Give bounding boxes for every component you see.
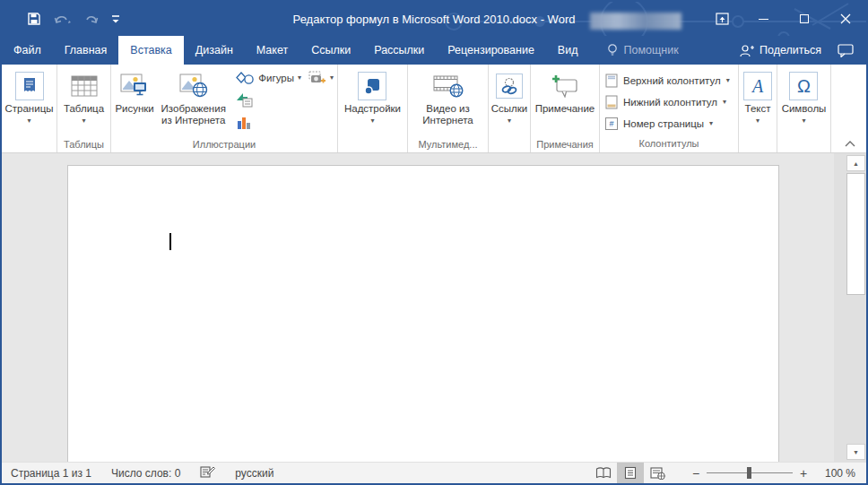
- tab-insert[interactable]: Вставка: [118, 36, 183, 65]
- scrollbar-thumb[interactable]: [846, 173, 865, 295]
- page-number-dropdown-arrow: ▾: [709, 120, 713, 127]
- online-video-label: Видео из Интернета: [410, 103, 487, 126]
- maximize-icon: [800, 14, 809, 23]
- collapse-ribbon-icon: [845, 140, 855, 147]
- text-label: Текст: [745, 103, 771, 115]
- links-label: Ссылки: [491, 103, 528, 115]
- tab-home[interactable]: Главная: [53, 36, 119, 65]
- pictures-button[interactable]: Рисунки: [111, 66, 158, 138]
- customize-qat-button[interactable]: [111, 13, 120, 24]
- group-links: Ссылки ▾: [489, 65, 531, 152]
- text-cursor: [169, 233, 171, 250]
- page-number-button[interactable]: # Номер страницы ▾: [605, 113, 730, 134]
- collapse-ribbon-button[interactable]: [831, 65, 866, 152]
- share-label: Поделиться: [760, 44, 821, 56]
- online-pictures-label: Изображения из Интернета: [158, 103, 229, 126]
- table-icon: [71, 74, 98, 98]
- text-button[interactable]: A Текст ▾: [743, 66, 772, 138]
- document-area[interactable]: ▲ ▼: [2, 153, 866, 462]
- group-pages: Страницы ▾: [2, 65, 57, 152]
- scroll-down-button[interactable]: ▼: [846, 444, 865, 460]
- group-tables: Таблица ▾ Таблицы: [57, 65, 111, 152]
- group-media: Видео из Интернета Мультимед...: [408, 65, 489, 152]
- new-comment-icon: [551, 74, 578, 98]
- online-video-button[interactable]: Видео из Интернета: [410, 66, 487, 138]
- cover-page-icon: [15, 72, 44, 100]
- footer-button[interactable]: Нижний колонтитул ▾: [605, 91, 730, 113]
- tab-file[interactable]: Файл: [2, 36, 53, 65]
- shapes-button[interactable]: Фигуры ▾: [232, 66, 305, 89]
- minimize-icon: [759, 19, 768, 20]
- quick-access-toolbar: [2, 12, 120, 26]
- redo-button[interactable]: [84, 13, 99, 25]
- text-icon-glyph: A: [752, 77, 763, 95]
- ribbon: Страницы ▾ Таблица ▾: [2, 65, 866, 153]
- language-indicator[interactable]: русский: [235, 467, 273, 480]
- group-header-footer: Верхний колонтитул ▾ Нижний колонтитул ▾…: [600, 65, 739, 152]
- group-addins: Надстройки ▾: [338, 65, 408, 152]
- document-page[interactable]: [67, 165, 779, 462]
- close-button[interactable]: [825, 2, 866, 36]
- symbols-button[interactable]: Ω Символы ▾: [782, 66, 827, 138]
- new-comment-button[interactable]: Примечание: [535, 66, 595, 138]
- pages-button[interactable]: Страницы ▾: [5, 66, 54, 138]
- zoom-slider[interactable]: [707, 467, 793, 479]
- comment-bubble-icon: [838, 44, 854, 57]
- vertical-scrollbar[interactable]: ▲ ▼: [846, 155, 865, 460]
- undo-button[interactable]: [54, 13, 72, 25]
- web-layout-button[interactable]: [644, 463, 671, 484]
- maximize-button[interactable]: [784, 2, 825, 36]
- text-dropdown-arrow: ▾: [756, 117, 760, 125]
- tell-me-assistant[interactable]: Помощник: [607, 36, 678, 65]
- online-pictures-button[interactable]: Изображения из Интернета: [158, 66, 229, 138]
- addins-dropdown-arrow: ▾: [370, 117, 374, 125]
- symbols-dropdown-arrow: ▾: [802, 117, 805, 125]
- print-layout-icon: [624, 466, 637, 480]
- word-count[interactable]: Число слов: 0: [111, 467, 180, 480]
- save-icon: [27, 12, 41, 26]
- proofing-icon: [200, 465, 215, 478]
- group-illustrations: Рисунки Изображения из Интернета: [111, 65, 338, 152]
- undo-icon: [54, 13, 72, 25]
- chart-button[interactable]: [232, 111, 337, 134]
- new-comment-label: Примечание: [535, 103, 595, 115]
- print-layout-button[interactable]: [617, 463, 644, 484]
- redacted-region: [590, 13, 681, 30]
- zoom-slider-handle[interactable]: [747, 467, 751, 479]
- ribbon-display-options-icon: [716, 13, 729, 25]
- header-label: Верхний колонтитул: [623, 75, 721, 86]
- tab-review[interactable]: Рецензирование: [436, 36, 546, 65]
- symbols-icon: Ω: [789, 72, 818, 100]
- proofing-status[interactable]: [200, 465, 215, 481]
- screenshot-button[interactable]: ▾: [305, 66, 337, 89]
- group-pages-label: [2, 138, 56, 152]
- zoom-level[interactable]: 100 %: [812, 467, 855, 480]
- tab-view[interactable]: Вид: [546, 36, 590, 65]
- smartart-button[interactable]: [232, 89, 337, 111]
- comments-pane-button[interactable]: [829, 36, 866, 65]
- zoom-out-button[interactable]: −: [687, 466, 705, 481]
- header-button[interactable]: Верхний колонтитул ▾: [605, 70, 730, 91]
- tab-mailings[interactable]: Рассылки: [362, 36, 436, 65]
- page-indicator[interactable]: Страница 1 из 1: [11, 467, 91, 480]
- share-button[interactable]: Поделиться: [739, 36, 829, 65]
- tab-layout[interactable]: Макет: [245, 36, 299, 65]
- table-button[interactable]: Таблица ▾: [64, 66, 104, 138]
- scroll-up-button[interactable]: ▲: [846, 155, 865, 171]
- save-button[interactable]: [27, 12, 41, 26]
- tab-design[interactable]: Дизайн: [184, 36, 245, 65]
- read-mode-icon: [595, 467, 612, 479]
- links-dropdown-arrow: ▾: [508, 117, 511, 125]
- table-label: Таблица: [64, 103, 104, 115]
- group-text-label: [739, 138, 777, 152]
- pictures-label: Рисунки: [115, 103, 153, 115]
- links-button[interactable]: Ссылки ▾: [491, 66, 528, 138]
- tab-references[interactable]: Ссылки: [299, 36, 362, 65]
- addins-button[interactable]: Надстройки ▾: [344, 66, 401, 138]
- symbols-icon-glyph: Ω: [797, 77, 811, 95]
- read-mode-button[interactable]: [590, 463, 617, 484]
- ribbon-display-options-button[interactable]: [701, 2, 742, 36]
- minimize-button[interactable]: [742, 2, 784, 36]
- zoom-in-button[interactable]: +: [794, 466, 812, 481]
- lightbulb-icon: [607, 43, 618, 57]
